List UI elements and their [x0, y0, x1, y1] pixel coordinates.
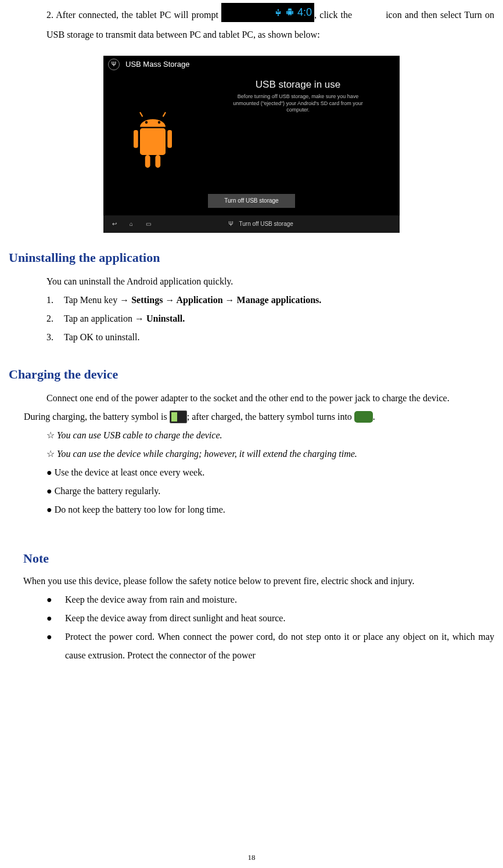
step3-text: Tap OK to uninstall.	[64, 328, 139, 347]
usb-nav-icon: Ψ	[228, 221, 233, 227]
svg-rect-5	[134, 130, 138, 148]
para1-a: 2. After connected, the tablet PC will p…	[46, 10, 218, 20]
statusbar-image: 4:0	[221, 3, 314, 22]
note3: Protect the power cord. When connect the…	[65, 628, 494, 665]
uninstall-heading: Uninstalling the application	[9, 250, 494, 265]
usb-icon	[274, 8, 282, 16]
note1: Keep the device away from rain and moist…	[65, 590, 237, 609]
usb-circle-icon: Ψ	[108, 59, 120, 70]
svg-point-0	[145, 121, 148, 123]
star-icon: ☆	[46, 445, 55, 463]
screenshot-navbar: ↩ ⌂ ▭ Ψ Turn off USB storage	[103, 215, 400, 233]
charge-line-b: ; after charged, the battery symbol turn…	[187, 412, 354, 422]
step2-text-b: Uninstall.	[146, 314, 185, 323]
svg-rect-4	[140, 128, 166, 155]
uninstall-intro: You can uninstall the Android applicatio…	[46, 272, 494, 291]
tip1: You can use USB cable to charge the devi…	[55, 430, 222, 440]
para1-c: icon	[386, 10, 402, 20]
statusbar-time: 4:0	[297, 2, 312, 23]
navbar-text: Turn off USB storage	[239, 221, 293, 227]
dot-icon: ●	[46, 590, 65, 609]
svg-line-3	[163, 112, 166, 117]
screenshot-title: USB Mass Storage	[125, 60, 190, 69]
charging-intro: Connect one end of the power adapter to …	[46, 389, 494, 408]
charging-tips: ☆ You can use USB cable to charge the de…	[46, 426, 494, 519]
svg-rect-8	[155, 155, 160, 168]
charge-line-c: .	[373, 412, 375, 422]
note-heading: Note	[23, 551, 494, 566]
para1-b: , click the	[314, 10, 352, 20]
uninstall-steps: 1. Tap Menu key → Settings → Application…	[46, 291, 494, 347]
step2-num: 2.	[46, 309, 64, 328]
android-icon	[286, 8, 294, 16]
usb-sub1: Before turning off USB storage, make sur…	[208, 93, 388, 100]
usb-storage-screenshot: Ψ USB Mass Storage USB storage in use Be…	[103, 56, 400, 233]
back-icon: ↩	[112, 221, 117, 227]
usb-sub3: computer.	[208, 107, 388, 114]
battery-full-icon	[354, 411, 373, 423]
charging-symbol-line: During charging, the battery symbol is ;…	[24, 408, 494, 426]
step2-text-a: Tap an application →	[64, 314, 146, 323]
screenshot-main: USB storage in use Before turning off US…	[208, 79, 388, 114]
bullet3: Do not keep the battery too low for long…	[52, 505, 225, 514]
charge-line-a: During charging, the battery symbol is	[24, 412, 167, 422]
step3-num: 3.	[46, 328, 64, 347]
note-bullets: ●Keep the device away from rain and mois…	[46, 590, 494, 665]
svg-rect-6	[167, 130, 172, 148]
charging-heading: Charging the device	[9, 367, 494, 382]
screenshot-titlebar: Ψ USB Mass Storage	[103, 56, 400, 73]
home-icon: ⌂	[130, 221, 133, 227]
intro-paragraph: 2. After connected, the tablet PC will p…	[46, 6, 494, 44]
step1-text-b: Settings → Application → Manage applicat…	[131, 295, 321, 305]
star-icon: ☆	[46, 426, 55, 445]
bullet1: Use the device at least once every week.	[52, 467, 205, 477]
battery-charging-icon	[170, 410, 187, 423]
recents-icon: ▭	[146, 221, 151, 227]
document-page: 2. After connected, the tablet PC will p…	[0, 0, 503, 868]
step1-text-a: Tap Menu key →	[64, 295, 131, 305]
dot-icon: ●	[46, 467, 52, 477]
usb-sub2: unmounted ("ejected") your Android's SD …	[208, 100, 388, 107]
android-robot-icon	[121, 111, 185, 188]
tip2: You can use the device while charging; h…	[55, 449, 357, 459]
note-intro: When you use this device, please follow …	[23, 572, 494, 590]
dot-icon: ●	[46, 486, 52, 496]
svg-point-1	[158, 121, 160, 123]
screenshot-wrapper: Ψ USB Mass Storage USB storage in use Be…	[9, 56, 494, 233]
note2: Keep the device away from direct sunligh…	[65, 609, 285, 628]
turn-off-usb-button: Turn off USB storage	[208, 194, 295, 208]
dot-icon: ●	[46, 505, 52, 514]
dot-icon: ●	[46, 628, 65, 665]
page-number: 18	[0, 853, 503, 862]
dot-icon: ●	[46, 609, 65, 628]
usb-storage-label: USB storage in use	[208, 79, 388, 91]
svg-rect-7	[145, 155, 150, 168]
step1-num: 1.	[46, 291, 64, 309]
svg-line-2	[140, 112, 142, 117]
bullet2: Charge the battery regularly.	[52, 486, 161, 496]
